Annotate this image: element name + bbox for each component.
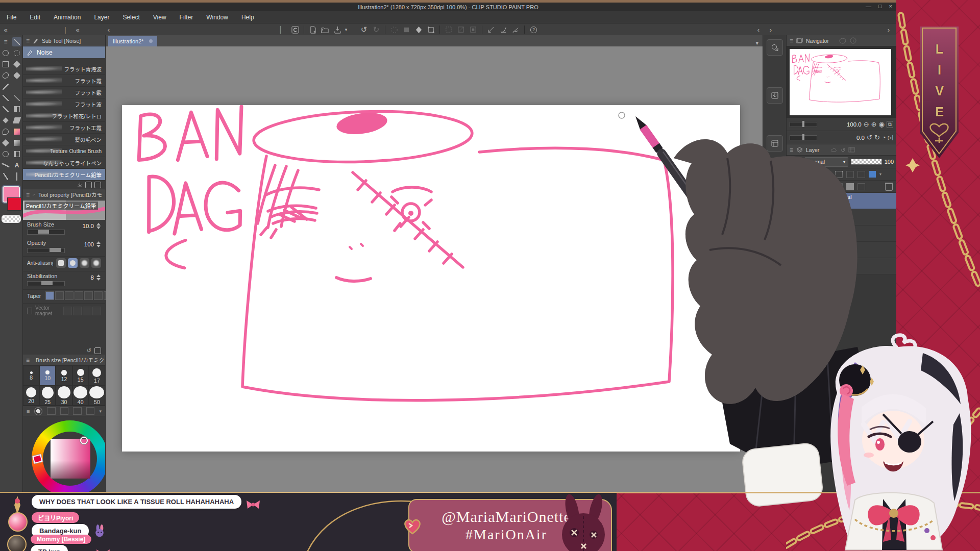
- brush-item[interactable]: フラット波: [23, 98, 105, 110]
- size-option[interactable]: 8: [23, 366, 39, 386]
- taper-level-6[interactable]: [94, 291, 103, 300]
- canvas-tab[interactable]: Illustration2*: [108, 36, 157, 46]
- chevron-left-icon[interactable]: ‹: [104, 25, 113, 34]
- open-file-icon[interactable]: [321, 25, 330, 34]
- brush-item[interactable]: フラット和花/レトロ: [23, 110, 105, 122]
- background-color-swatch[interactable]: [7, 197, 21, 211]
- enable-mask-icon[interactable]: [846, 171, 854, 178]
- pen-tool[interactable]: [12, 37, 21, 46]
- layer-row-layer4[interactable]: 100 % NormalLayer 4: [787, 193, 896, 209]
- duplicate-subtool-icon[interactable]: [85, 182, 92, 188]
- menu-item-filter[interactable]: Filter: [173, 14, 200, 21]
- layer-thumbnail[interactable]: [792, 194, 814, 208]
- color-set-tab[interactable]: [60, 407, 69, 415]
- deselect-icon[interactable]: [456, 25, 465, 34]
- menu-item-select[interactable]: Select: [116, 14, 146, 21]
- rotate-right-button[interactable]: ↻: [874, 134, 880, 141]
- layer-undo-icon[interactable]: ↺: [841, 147, 845, 153]
- blend-mode-select[interactable]: Normal ▾: [804, 157, 848, 167]
- minimize-button[interactable]: —: [866, 3, 871, 9]
- undo-icon[interactable]: ↺: [359, 25, 369, 34]
- brush-item[interactable]: なんちゃってライトペン: [23, 157, 105, 169]
- layer-grid-icon[interactable]: [848, 147, 855, 153]
- opacity-row[interactable]: Opacity 100: [23, 238, 105, 257]
- snap-grid-icon[interactable]: [511, 25, 520, 34]
- right-collapse-icon[interactable]: ‹: [754, 25, 763, 34]
- panel-menu-icon[interactable]: ≡: [27, 408, 30, 414]
- brush-item[interactable]: フラット霞: [23, 75, 105, 87]
- size-option[interactable]: 50: [89, 386, 105, 406]
- select-area-icon[interactable]: [444, 25, 453, 34]
- stabilization-slider[interactable]: [27, 281, 65, 286]
- menu-item-edit[interactable]: Edit: [23, 14, 47, 21]
- panel-menu-icon[interactable]: ≡: [790, 146, 793, 154]
- favorites-material-icon[interactable]: [767, 183, 783, 199]
- tab-list-icon[interactable]: ▾: [755, 40, 758, 46]
- color-slider-tab[interactable]: [47, 407, 56, 415]
- taper-level-5[interactable]: [84, 291, 93, 300]
- snapshot-icon[interactable]: [402, 25, 411, 34]
- tab-close-dot[interactable]: [149, 39, 153, 43]
- layer-row-layer2[interactable]: 100 % NormalLayer 2: [787, 242, 896, 258]
- taper-level-4[interactable]: [75, 291, 83, 300]
- text-tool[interactable]: A: [12, 161, 21, 170]
- size-option[interactable]: 20: [23, 386, 39, 406]
- brush-item[interactable]: フラット霰: [23, 87, 105, 98]
- rotate-view-tool[interactable]: [12, 48, 21, 58]
- figure-tool[interactable]: [1, 149, 10, 159]
- crop-frame-icon[interactable]: [426, 25, 435, 34]
- panel-menu-icon[interactable]: ≡: [790, 37, 793, 44]
- zoom-slider[interactable]: [790, 122, 817, 127]
- object-tool[interactable]: [1, 60, 10, 69]
- layer-name[interactable]: Layer 3: [818, 217, 836, 223]
- layer-name[interactable]: Paper: [828, 265, 843, 271]
- combine-layer-icon[interactable]: [835, 183, 843, 190]
- lasso-tool[interactable]: [1, 71, 10, 80]
- taper-level-2[interactable]: [55, 291, 64, 300]
- maximize-button[interactable]: □: [878, 3, 882, 9]
- fit-to-screen-button[interactable]: ◉: [879, 120, 885, 128]
- frame-border-tool[interactable]: [12, 149, 21, 159]
- layer-thumbnail[interactable]: [792, 210, 814, 224]
- layer-thumbnail[interactable]: [792, 243, 814, 257]
- subtool-selected-noise[interactable]: Noise: [23, 46, 105, 58]
- size-option-selected[interactable]: 10: [39, 366, 56, 386]
- brush-item[interactable]: Texture Outline Brush: [23, 145, 105, 157]
- menu-item-animation[interactable]: Animation: [47, 14, 87, 21]
- menu-item-file[interactable]: File: [0, 14, 23, 21]
- bucket-fill-tool[interactable]: [1, 138, 10, 147]
- brush-item[interactable]: フラット工霞: [23, 122, 105, 134]
- menu-item-view[interactable]: View: [146, 14, 173, 21]
- canvas-viewport[interactable]: BAN DAG: [106, 46, 763, 493]
- layer-name[interactable]: Layer 4: [818, 201, 836, 207]
- snap-special-ruler-icon[interactable]: [499, 25, 508, 34]
- zoom-out-button[interactable]: ⊖: [864, 120, 869, 128]
- ink-pen-tool[interactable]: [1, 105, 10, 114]
- panel-edge-handle[interactable]: ▏: [278, 25, 287, 34]
- size-option[interactable]: 25: [39, 386, 56, 406]
- new-file-icon[interactable]: [308, 25, 317, 34]
- panel-menu-icon[interactable]: ≡: [26, 357, 30, 364]
- zoom-tool[interactable]: [1, 48, 10, 58]
- information-icon[interactable]: [850, 37, 856, 44]
- anti-alias-none-button[interactable]: [56, 258, 66, 268]
- right-expand-icon[interactable]: ›: [766, 25, 775, 34]
- layer-name[interactable]: Layer 1: [818, 234, 836, 240]
- toolstrip-menu-icon[interactable]: ≡: [1, 37, 10, 46]
- invert-selection-icon[interactable]: [469, 25, 478, 34]
- menu-item-help[interactable]: Help: [235, 14, 261, 21]
- pen-tool-2[interactable]: [1, 93, 10, 103]
- size-option[interactable]: 12: [56, 366, 72, 386]
- move-tool[interactable]: [12, 60, 21, 69]
- size-option[interactable]: 15: [72, 366, 89, 386]
- sv-selector[interactable]: [80, 437, 88, 444]
- brush-size-row[interactable]: Brush Size 10.0: [23, 220, 105, 238]
- layer-thumbnail[interactable]: [792, 227, 814, 240]
- apply-mask-icon[interactable]: [857, 183, 865, 190]
- subview-icon[interactable]: [839, 38, 847, 44]
- ruler-tool[interactable]: [12, 172, 21, 181]
- opacity-slider[interactable]: [27, 248, 65, 253]
- snap-ruler-icon[interactable]: [486, 25, 496, 34]
- decoration-tool[interactable]: [1, 116, 10, 125]
- subtool-panel-header[interactable]: ≡ Sub Tool [Noise]: [23, 35, 105, 46]
